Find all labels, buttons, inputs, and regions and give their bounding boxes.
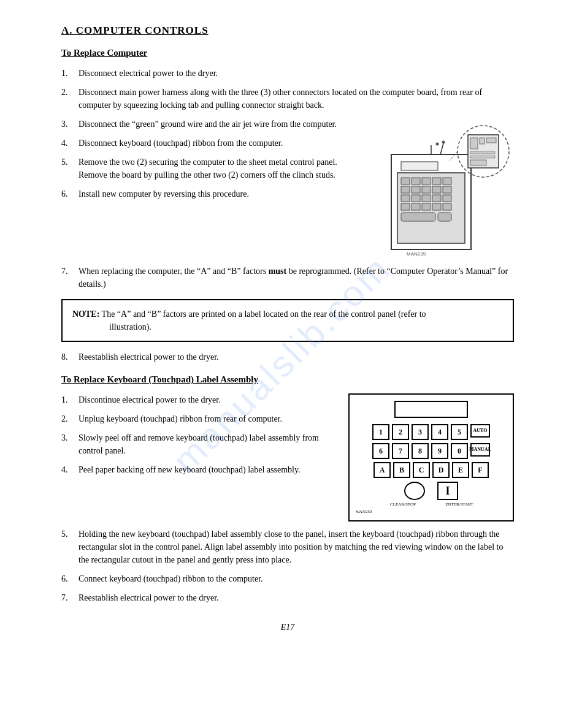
- step-text: Disconnect keyboard (touchpad) ribbon fr…: [79, 137, 342, 150]
- kp-key-5: 5: [451, 424, 468, 440]
- list-item: 3. Disconnect the “green” ground wire an…: [61, 118, 342, 131]
- keyboard-panel-illustration: 1 2 3 4 5 AUTO 6 7 8 9 0 MANUAL: [348, 393, 514, 521]
- step-text: Disconnect the “green” ground wire and t…: [79, 118, 342, 131]
- kp-key-e: E: [452, 462, 469, 478]
- kp-key-a: A: [373, 462, 391, 478]
- svg-rect-30: [480, 138, 484, 144]
- step-num: 7.: [61, 591, 79, 604]
- list-item: 7. Reestablish electrical power to the d…: [61, 591, 514, 604]
- svg-rect-9: [422, 186, 431, 193]
- list-item: 2. Unplug keyboard (touchpad) ribbon fro…: [61, 412, 336, 425]
- replace-keyboard-title: To Replace Keyboard (Touchpad) Label Ass…: [61, 374, 514, 385]
- kp-key-3: 3: [412, 424, 429, 440]
- step-num: 6.: [61, 572, 79, 585]
- computer-illustration-area: MAN239: [354, 118, 514, 259]
- svg-rect-17: [401, 203, 410, 210]
- svg-point-37: [442, 141, 445, 144]
- kp-row3: A B C D E F: [356, 462, 507, 478]
- page-number: E17: [281, 623, 295, 632]
- kp-enter-label: ENTER/START: [437, 502, 481, 507]
- kp-key-manual: MANUAL: [470, 443, 490, 457]
- step-num: 5.: [61, 156, 79, 181]
- note-box: NOTE: The “A” and “B” factors are printe…: [61, 299, 514, 342]
- step-text: When replacing the computer, the “A” and…: [79, 265, 514, 290]
- svg-line-35: [450, 151, 458, 161]
- svg-rect-14: [422, 195, 431, 202]
- kp-bottom-row: I: [356, 482, 507, 500]
- replace-computer-title: To Replace Computer: [61, 48, 514, 58]
- svg-rect-33: [470, 156, 495, 158]
- step-text: Holding the new keyboard (touchpad) labe…: [79, 528, 514, 566]
- svg-rect-29: [470, 138, 478, 149]
- step-num: 1.: [61, 67, 79, 80]
- list-item: 1. Disconnect electrical power to the dr…: [61, 67, 514, 80]
- step-text: Disconnect main power harness along with…: [79, 86, 514, 112]
- kp-key-7: 7: [392, 443, 409, 459]
- svg-rect-18: [412, 203, 420, 210]
- kp-display: [394, 401, 468, 418]
- svg-rect-3: [412, 178, 420, 184]
- list-item: 6. Install new computer by reversing thi…: [61, 188, 342, 200]
- kp-key-4: 4: [431, 424, 448, 440]
- kp-key-b: B: [393, 462, 410, 478]
- svg-rect-4: [422, 178, 431, 184]
- kp-clear-btn: [404, 482, 425, 500]
- svg-rect-12: [401, 195, 410, 202]
- step-num: 4.: [61, 137, 79, 150]
- step-num: 1.: [61, 393, 79, 406]
- kp-key-2: 2: [392, 424, 409, 440]
- step-text: Connect keyboard (touchpad) ribbon to th…: [79, 572, 514, 585]
- svg-rect-15: [432, 195, 441, 202]
- list-item: 7. When replacing the computer, the “A” …: [61, 265, 514, 290]
- step-num: 7.: [61, 265, 79, 290]
- list-item: 5. Holding the new keyboard (touchpad) l…: [61, 528, 514, 566]
- step-text: Remove the two (2) securing the computer…: [79, 156, 342, 181]
- svg-rect-8: [412, 186, 420, 193]
- svg-rect-11: [443, 186, 451, 193]
- kp-fig-label: WAN253: [356, 509, 507, 514]
- svg-rect-6: [443, 178, 451, 184]
- svg-text:MAN239: MAN239: [407, 251, 426, 257]
- svg-rect-23: [438, 213, 451, 221]
- list-item: 1. Discontinue electrical power to the d…: [61, 393, 336, 406]
- step-num: 3.: [61, 118, 79, 131]
- list-item: 4. Disconnect keyboard (touchpad) ribbon…: [61, 137, 342, 150]
- kp-row1: 1 2 3 4 5 AUTO: [356, 424, 507, 440]
- svg-rect-24: [401, 162, 438, 170]
- svg-rect-34: [470, 160, 486, 165]
- kp-key-auto: AUTO: [470, 424, 490, 438]
- list-item: 4. Peel paper backing off new keyboard (…: [61, 463, 336, 476]
- kp-key-6: 6: [372, 443, 389, 459]
- step-text: Disconnect electrical power to the dryer…: [79, 67, 514, 80]
- kp-key-0: 0: [451, 443, 468, 459]
- kp-key-8: 8: [412, 443, 429, 459]
- step-num: 6.: [61, 188, 79, 200]
- step-num: 5.: [61, 528, 79, 566]
- step-text: Reestablish electrical power to the drye…: [79, 351, 514, 363]
- kp-key-1: 1: [372, 424, 389, 440]
- list-item: 5. Remove the two (2) securing the compu…: [61, 156, 342, 181]
- kp-row2: 6 7 8 9 0 MANUAL: [356, 443, 507, 459]
- svg-rect-22: [401, 213, 435, 221]
- svg-rect-13: [412, 195, 420, 202]
- step-text: Reestablish electrical power to the drye…: [79, 591, 514, 604]
- kp-key-f: F: [472, 462, 489, 478]
- kp-label-row: CLEAR/STOP ENTER/START: [356, 502, 507, 507]
- kp-enter-btn: I: [437, 482, 458, 500]
- kp-key-d: D: [432, 462, 450, 478]
- step-text: Discontinue electrical power to the drye…: [79, 393, 336, 406]
- list-item: 6. Connect keyboard (touchpad) ribbon to…: [61, 572, 514, 585]
- page-footer: E17: [61, 623, 514, 632]
- svg-rect-20: [432, 203, 441, 210]
- svg-rect-21: [443, 203, 451, 210]
- kp-key-c: C: [413, 462, 430, 478]
- svg-line-26: [440, 143, 443, 154]
- svg-rect-7: [401, 186, 410, 193]
- note-label: NOTE:: [72, 309, 99, 319]
- svg-rect-31: [486, 138, 496, 143]
- computer-board-illustration: MAN239: [354, 118, 514, 259]
- step-num: 3.: [61, 431, 79, 457]
- svg-point-36: [436, 143, 439, 146]
- list-item: 3. Slowly peel off and remove keyboard (…: [61, 431, 336, 457]
- section-title: A. COMPUTER CONTROLS: [61, 25, 514, 37]
